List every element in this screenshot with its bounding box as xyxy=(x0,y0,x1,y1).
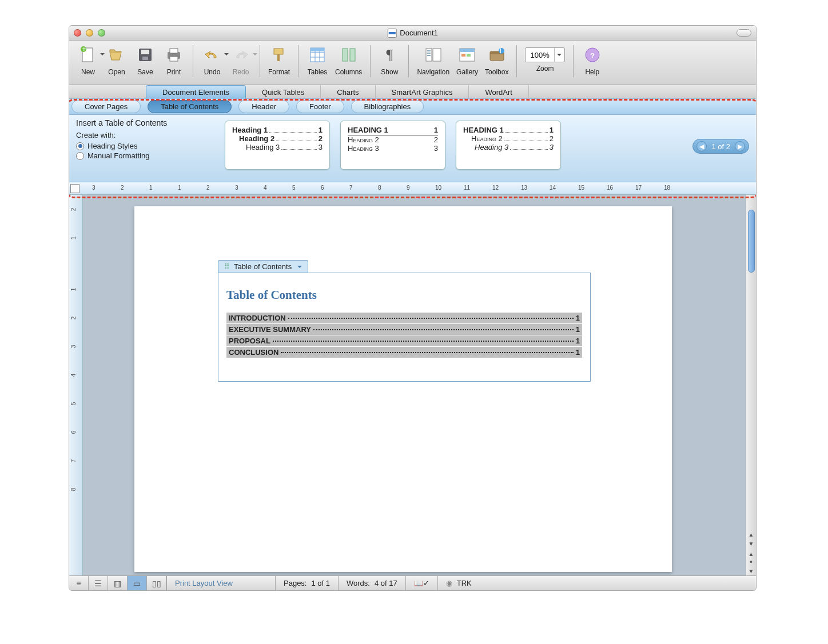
status-view-name: Print Layout View xyxy=(166,576,275,590)
tab-charts[interactable]: Charts xyxy=(321,85,375,99)
scroll-down-icon[interactable]: ▼ xyxy=(746,539,756,548)
show-icon: ¶ xyxy=(379,44,400,66)
zoom-control[interactable]: 100% Zoom xyxy=(525,44,564,73)
tab-smartart-graphics[interactable]: SmartArt Graphics xyxy=(376,85,469,99)
next-page-icon[interactable]: ▼ xyxy=(746,566,756,575)
status-spellcheck[interactable]: 📖✓ xyxy=(405,576,437,590)
standard-toolbar: + New Open Save Print Undo Redo Format xyxy=(69,41,756,85)
toc-preview-2[interactable]: HEADING 11 Heading 22 Heading 33 xyxy=(340,121,445,170)
status-words[interactable]: Words:4 of 17 xyxy=(338,576,405,590)
view-notebook-button[interactable]: ▯▯ xyxy=(147,576,166,590)
toc-entry[interactable]: CONCLUSION1 xyxy=(226,347,582,358)
redo-button[interactable]: Redo xyxy=(230,44,252,76)
columns-button[interactable]: Columns xyxy=(335,44,362,76)
pager-prev-button[interactable]: ◀ xyxy=(696,141,707,151)
document-page[interactable]: ⠿ Table of Contents Table of Contents IN… xyxy=(134,206,672,572)
app-window: Document1 + New Open Save Print Undo Red… xyxy=(69,25,757,591)
toc-content-box: Table of Contents INTRODUCTION1EXECUTIVE… xyxy=(218,273,591,382)
subtab-header[interactable]: Header xyxy=(238,100,289,113)
view-normal-button[interactable]: ≡ xyxy=(69,576,89,590)
chevron-down-icon[interactable] xyxy=(554,48,564,62)
tab-document-elements[interactable]: Document Elements xyxy=(146,85,246,99)
undo-button[interactable]: Undo xyxy=(201,44,223,76)
create-with-label: Create with: xyxy=(76,131,213,139)
zoom-icon[interactable] xyxy=(98,29,105,37)
toc-entry[interactable]: INTRODUCTION1 xyxy=(226,313,582,324)
pager-label: 1 of 2 xyxy=(711,142,730,151)
horizontal-ruler[interactable]: 321123456789101112131415161718 xyxy=(69,182,756,195)
chevron-down-icon[interactable] xyxy=(295,262,302,271)
toc-heading: Table of Contents xyxy=(226,288,582,302)
print-button[interactable]: Print xyxy=(163,44,185,76)
new-button[interactable]: + New xyxy=(77,44,99,76)
minimize-icon[interactable] xyxy=(86,29,93,37)
view-outline-button[interactable]: ☰ xyxy=(89,576,108,590)
svg-rect-20 xyxy=(433,49,441,61)
gallery-icon xyxy=(456,44,478,66)
svg-rect-23 xyxy=(427,55,431,56)
save-button[interactable]: Save xyxy=(134,44,156,76)
vertical-ruler[interactable]: 2 1 1 2 3 4 5 6 7 8 xyxy=(69,195,83,575)
toolbox-button[interactable]: i Toolbox xyxy=(485,44,508,76)
tab-selector-icon[interactable] xyxy=(70,184,79,193)
toc-options: Insert a Table of Contents Create with: … xyxy=(76,118,213,161)
print-icon xyxy=(163,44,185,66)
navigation-icon xyxy=(423,44,444,66)
new-icon: + xyxy=(77,44,99,66)
save-icon xyxy=(134,44,156,66)
svg-rect-21 xyxy=(427,50,431,51)
drag-handle-icon[interactable]: ⠿ xyxy=(224,262,230,271)
show-button[interactable]: ¶ Show xyxy=(379,44,400,76)
toolbar-toggle-button[interactable] xyxy=(737,29,751,37)
navigation-button[interactable]: Navigation xyxy=(417,44,449,76)
subtab-cover-pages[interactable]: Cover Pages xyxy=(71,100,141,113)
page-viewport[interactable]: ⠿ Table of Contents Table of Contents IN… xyxy=(83,195,756,575)
browse-object-icon[interactable]: ● xyxy=(746,557,756,566)
record-icon: ◉ xyxy=(446,579,452,587)
subtab-table-of-contents[interactable]: Table of Contents xyxy=(148,100,232,113)
status-track-changes[interactable]: ◉TRK xyxy=(437,576,480,590)
view-buttons: ≡ ☰ ▥ ▭ ▯▯ xyxy=(69,576,166,590)
toc-entry[interactable]: EXECUTIVE SUMMARY1 xyxy=(226,324,582,335)
tab-wordart[interactable]: WordArt xyxy=(469,85,528,99)
radio-unselected-icon xyxy=(76,152,84,160)
document-area: 2 1 1 2 3 4 5 6 7 8 ⠿ Table of Contents xyxy=(69,195,756,575)
toc-style-previews: Heading 11 Heading 22 Heading 33 HEADING… xyxy=(225,121,561,170)
svg-rect-27 xyxy=(467,54,471,57)
radio-manual-formatting[interactable]: Manual Formatting xyxy=(76,151,213,160)
ribbon-tabs: Document Elements Quick Tables Charts Sm… xyxy=(69,85,756,99)
scroll-up-icon[interactable]: ▲ xyxy=(746,530,756,539)
toc-field-tab[interactable]: ⠿ Table of Contents xyxy=(218,260,308,273)
zoom-selector[interactable]: 100% xyxy=(525,47,564,62)
scrollbar-thumb[interactable] xyxy=(748,210,755,273)
svg-rect-17 xyxy=(343,49,348,61)
gallery-button[interactable]: Gallery xyxy=(456,44,478,76)
close-icon[interactable] xyxy=(74,29,81,37)
subtab-bibliographies[interactable]: Bibliographies xyxy=(351,100,424,113)
toc-field[interactable]: ⠿ Table of Contents Table of Contents IN… xyxy=(218,260,591,382)
format-icon xyxy=(268,44,290,66)
tables-button[interactable]: Tables xyxy=(306,44,328,76)
view-publishing-button[interactable]: ▥ xyxy=(108,576,128,590)
tab-quick-tables[interactable]: Quick Tables xyxy=(246,85,321,99)
svg-rect-26 xyxy=(461,54,465,57)
svg-rect-9 xyxy=(274,49,283,54)
svg-rect-8 xyxy=(170,57,178,61)
status-pages[interactable]: Pages:1 of 1 xyxy=(275,576,338,590)
vertical-scrollbar[interactable]: ▲ ▼ ▲ ● ▼ xyxy=(746,195,756,575)
help-icon: ? xyxy=(582,44,603,66)
toc-preview-3[interactable]: HEADING 11 Heading 22 Heading 33 xyxy=(456,121,561,170)
spellcheck-icon: 📖✓ xyxy=(414,579,429,587)
svg-rect-16 xyxy=(310,48,324,51)
svg-rect-5 xyxy=(142,57,148,60)
radio-heading-styles[interactable]: Heading Styles xyxy=(76,142,213,150)
pager-next-button[interactable]: ▶ xyxy=(735,141,745,151)
format-button[interactable]: Format xyxy=(268,44,290,76)
help-button[interactable]: ? Help xyxy=(582,44,603,76)
document-icon xyxy=(387,29,396,38)
view-print-layout-button[interactable]: ▭ xyxy=(128,576,147,590)
toc-entry[interactable]: PROPOSAL1 xyxy=(226,335,582,347)
toc-preview-1[interactable]: Heading 11 Heading 22 Heading 33 xyxy=(225,121,330,170)
subtab-footer[interactable]: Footer xyxy=(296,100,344,113)
open-button[interactable]: Open xyxy=(106,44,128,76)
